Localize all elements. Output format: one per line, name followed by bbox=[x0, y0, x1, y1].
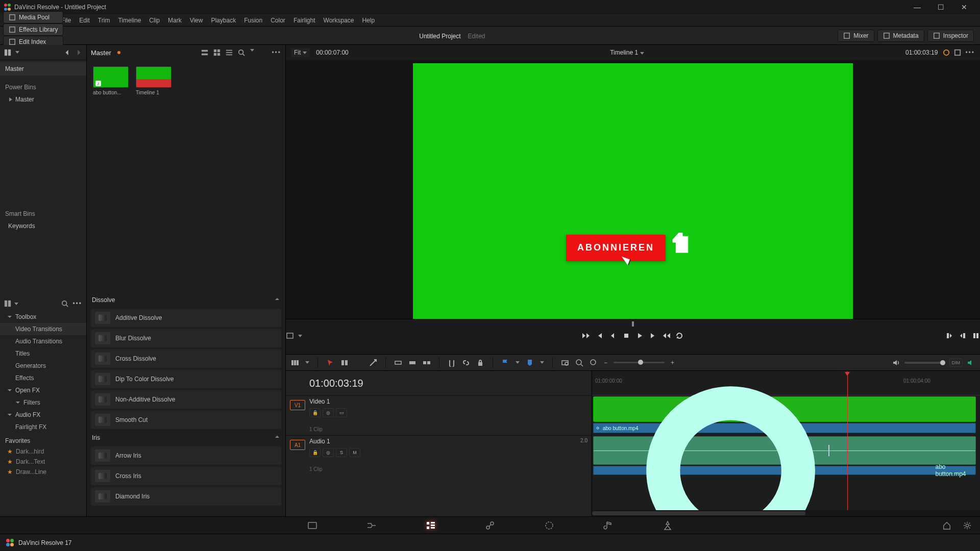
menu-color[interactable]: Color bbox=[266, 17, 289, 24]
mixer-button[interactable]: Mixer bbox=[838, 30, 874, 42]
zoom-plus[interactable]: + bbox=[671, 359, 674, 366]
fxcat-video-transitions[interactable]: Video Transitions bbox=[0, 323, 86, 335]
flag-icon[interactable] bbox=[501, 359, 509, 367]
timeline-view-icon[interactable] bbox=[291, 359, 299, 367]
favorite-item[interactable]: ★Draw...Line bbox=[0, 467, 86, 477]
menu-playback[interactable]: Playback bbox=[207, 17, 240, 24]
blade-tool-icon[interactable] bbox=[369, 359, 377, 367]
fxcat-toolbox[interactable]: Toolbox bbox=[0, 311, 86, 323]
fx-arrow-iris[interactable]: Arrow Iris bbox=[91, 446, 281, 465]
track-disable-icon[interactable]: ▭ bbox=[336, 408, 347, 417]
audio-track-header[interactable]: A1 Audio 1 2.0 🔒 ◎ S M 1 Clip bbox=[286, 435, 592, 475]
favorite-item[interactable]: ★Dark...hird bbox=[0, 446, 86, 457]
fxcat-generators[interactable]: Generators bbox=[0, 360, 86, 372]
viewer-zoom-select[interactable]: Fit bbox=[291, 48, 310, 57]
fxcat-audio-transitions[interactable]: Audio Transitions bbox=[0, 335, 86, 347]
window-close-button[interactable]: ✕ bbox=[952, 0, 976, 14]
link-icon[interactable] bbox=[462, 359, 470, 367]
fxcat-titles[interactable]: Titles bbox=[0, 347, 86, 360]
chevron-down-icon[interactable] bbox=[15, 51, 19, 54]
fxgroup-iris[interactable]: Iris bbox=[87, 431, 285, 444]
powerbins-master[interactable]: Master bbox=[0, 94, 86, 105]
video-track-header[interactable]: V1 Video 1 🔒 ◎ ▭ 1 Clip bbox=[286, 395, 592, 435]
clip-abo-button[interactable]: abo button... bbox=[93, 66, 129, 95]
window-minimize-button[interactable]: — bbox=[905, 0, 929, 14]
timeline-timecode[interactable]: 01:00:03:19 bbox=[286, 371, 592, 395]
fxcat-audio-fx[interactable]: Audio FX bbox=[0, 409, 86, 421]
track-lock-icon[interactable]: 🔒 bbox=[309, 408, 321, 417]
detail-zoom-icon[interactable] bbox=[575, 359, 583, 367]
fx-smooth-cut[interactable]: Smooth Cut bbox=[91, 411, 281, 429]
fx-cross-iris[interactable]: Cross Iris bbox=[91, 467, 281, 485]
zoom-to-fit-icon[interactable] bbox=[561, 359, 569, 367]
fx-non-additive-dissolve[interactable]: Non-Additive Dissolve bbox=[91, 390, 281, 409]
menu-timeline[interactable]: Timeline bbox=[114, 17, 145, 24]
fxcat-open-fx[interactable]: Open FX bbox=[0, 384, 86, 396]
menu-workspace[interactable]: Workspace bbox=[320, 17, 358, 24]
custom-zoom-icon[interactable] bbox=[590, 359, 598, 367]
fx-blur-dissolve[interactable]: Blur Dissolve bbox=[91, 329, 281, 347]
fx-layout-icon[interactable] bbox=[4, 300, 11, 307]
bin-master[interactable]: Master bbox=[0, 62, 86, 76]
project-settings-icon[interactable] bbox=[963, 521, 972, 530]
menu-fusion[interactable]: Fusion bbox=[240, 17, 266, 24]
menu-trim[interactable]: Trim bbox=[94, 17, 114, 24]
inspector-button[interactable]: Inspector bbox=[927, 30, 974, 42]
effects-library-button[interactable]: Effects Library bbox=[3, 23, 63, 36]
track-auto-icon[interactable]: ◎ bbox=[323, 408, 334, 417]
search-icon[interactable] bbox=[238, 49, 245, 56]
zoom-minus[interactable]: − bbox=[604, 359, 607, 366]
track-mute-button[interactable]: M bbox=[349, 448, 360, 457]
timeline-scrollbar[interactable] bbox=[592, 510, 980, 516]
chevron-down-icon[interactable] bbox=[540, 361, 544, 364]
dim-button[interactable]: DIM bbox=[949, 359, 963, 367]
fx-more-icon[interactable]: ••• bbox=[72, 300, 82, 307]
trim-tool-icon[interactable] bbox=[340, 359, 349, 367]
view-grid-icon[interactable] bbox=[213, 49, 220, 56]
home-icon[interactable] bbox=[942, 521, 951, 530]
single-viewer-icon[interactable] bbox=[954, 49, 961, 56]
mute-icon[interactable] bbox=[967, 359, 975, 367]
page-fusion[interactable] bbox=[483, 519, 497, 532]
media-pool-button[interactable]: Media Pool bbox=[3, 11, 63, 23]
chevron-down-icon[interactable] bbox=[516, 361, 520, 364]
selection-tool[interactable] bbox=[326, 359, 334, 367]
insert-icon[interactable] bbox=[394, 359, 402, 367]
fx-dip-to-color-dissolve[interactable]: Dip To Color Dissolve bbox=[91, 370, 281, 388]
nav-fwd-icon[interactable] bbox=[75, 49, 82, 56]
fx-additive-dissolve[interactable]: Additive Dissolve bbox=[91, 309, 281, 327]
page-deliver[interactable] bbox=[661, 519, 674, 532]
nav-back-icon[interactable] bbox=[64, 49, 71, 56]
overwrite-icon[interactable] bbox=[408, 359, 416, 367]
search-icon[interactable] bbox=[61, 300, 68, 307]
timeline-playhead[interactable] bbox=[847, 371, 848, 516]
menu-fairlight[interactable]: Fairlight bbox=[289, 17, 320, 24]
pool-breadcrumb[interactable]: Master bbox=[91, 49, 111, 57]
more-icon[interactable]: ••• bbox=[272, 49, 281, 56]
viewer-more-icon[interactable]: ••• bbox=[965, 49, 975, 56]
page-cut[interactable] bbox=[365, 519, 378, 532]
view-list-icon[interactable] bbox=[226, 49, 233, 56]
smartbins-header[interactable]: Smart Bins bbox=[0, 207, 86, 220]
track-solo-button[interactable]: S bbox=[336, 448, 347, 457]
clip-timeline-1[interactable]: Timeline 1 bbox=[136, 66, 172, 95]
fxcat-fairlight-fx[interactable]: Fairlight FX bbox=[0, 421, 86, 433]
lock-icon[interactable] bbox=[476, 359, 484, 367]
bypass-fx-icon[interactable] bbox=[943, 49, 950, 56]
replace-icon[interactable] bbox=[423, 359, 431, 367]
volume-slider[interactable] bbox=[904, 362, 945, 364]
marker-icon[interactable] bbox=[526, 359, 534, 367]
track-lock-icon[interactable]: 🔒 bbox=[309, 448, 321, 457]
menu-mark[interactable]: Mark bbox=[164, 17, 186, 24]
fxgroup-dissolve[interactable]: Dissolve bbox=[87, 293, 285, 307]
volume-icon[interactable] bbox=[892, 359, 900, 367]
page-fairlight[interactable] bbox=[602, 519, 615, 532]
smartbins-keywords[interactable]: Keywords bbox=[0, 220, 86, 232]
menu-view[interactable]: View bbox=[186, 17, 207, 24]
metadata-button[interactable]: Metadata bbox=[877, 30, 924, 42]
timeline-area[interactable]: 01:00:00:00 01:00:04:00 abo button.mp4 bbox=[592, 371, 980, 516]
snap-icon[interactable] bbox=[448, 359, 456, 367]
sort-icon[interactable] bbox=[259, 49, 266, 56]
menu-clip[interactable]: Clip bbox=[145, 17, 164, 24]
page-edit[interactable] bbox=[424, 519, 437, 532]
